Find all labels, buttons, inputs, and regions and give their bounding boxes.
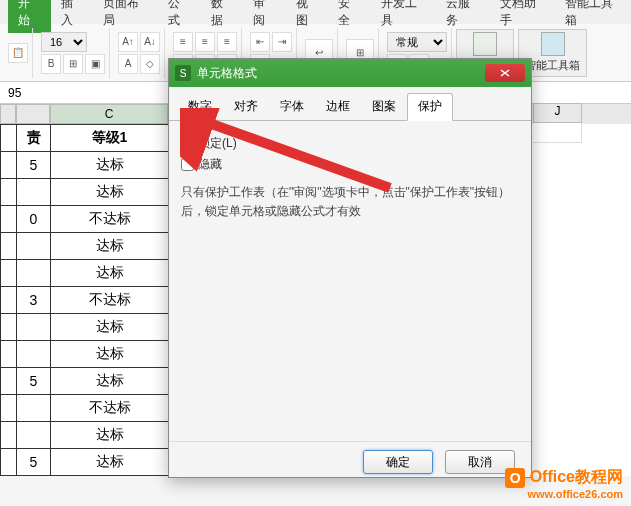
tab-border[interactable]: 边框 [315,93,361,120]
cell-tail[interactable]: 5 [17,152,51,179]
cell[interactable]: 不达标 [51,206,169,233]
cell[interactable]: 达标 [51,368,169,395]
app-icon: S [175,65,191,81]
tab-align[interactable]: 对齐 [223,93,269,120]
smart-toolbox-icon [541,32,565,56]
cell[interactable]: 达标 [51,422,169,449]
cell-tail[interactable] [17,233,51,260]
cell-tail[interactable]: 5 [17,449,51,476]
column-header-j[interactable]: J [533,103,582,123]
clear-format-icon[interactable]: ◇ [140,54,160,74]
empty-cell[interactable] [533,123,582,143]
cell[interactable]: 不达标 [51,395,169,422]
tab-number[interactable]: 数字 [177,93,223,120]
cell[interactable]: 达标 [51,260,169,287]
cell[interactable]: 达标 [51,233,169,260]
bold-icon[interactable]: B [41,54,61,74]
cell[interactable]: 达标 [51,314,169,341]
close-button[interactable] [485,64,525,82]
number-format-select[interactable]: 常规 [387,32,447,52]
cell-tail[interactable] [17,422,51,449]
cell-tail[interactable]: 3 [17,287,51,314]
underline-icon[interactable]: ⊞ [63,54,83,74]
dialog-tabs: 数字 对齐 字体 边框 图案 保护 [169,87,531,121]
tab-protect[interactable]: 保护 [407,93,453,121]
tab-font[interactable]: 字体 [269,93,315,120]
column-header-c[interactable]: C [50,104,168,124]
dialog-body: 锁定(L) 隐藏 只有保护工作表（在"审阅"选项卡中，点击"保护工作表"按钮）后… [169,121,531,441]
cell-tail[interactable] [17,260,51,287]
lock-label: 锁定(L) [198,135,237,152]
protect-info-text: 只有保护工作表（在"审阅"选项卡中，点击"保护工作表"按钮）后，锁定单元格或隐藏… [181,183,519,221]
watermark: O Office教程网 www.office26.com [505,467,623,500]
paste-icon[interactable]: 📋 [8,43,28,63]
cell-tail[interactable] [17,179,51,206]
cell[interactable]: 不达标 [51,287,169,314]
tab-pattern[interactable]: 图案 [361,93,407,120]
ribbon-tabs: 开始 插入 页面布局 公式 数据 审阅 视图 安全 开发工具 云服务 文档助手 … [0,0,631,24]
hide-label: 隐藏 [198,156,222,173]
cell[interactable]: 达标 [51,179,169,206]
cell[interactable]: 达标 [51,152,169,179]
indent-inc-icon[interactable]: ⇥ [272,32,292,52]
align-bot-icon[interactable]: ≡ [217,32,237,52]
hide-checkbox[interactable] [181,158,194,171]
lock-checkbox[interactable] [181,137,194,150]
fill-color-icon[interactable]: ▣ [85,54,105,74]
data-table: 责等级1 5达标 达标 0不达标 达标 达标 3不达标 达标 达标 5达标 不达… [0,124,169,476]
cell-tail[interactable]: 0 [17,206,51,233]
cell-tail[interactable] [17,314,51,341]
right-column-area: J [533,103,582,143]
header-level1: 等级1 [51,125,169,152]
cell[interactable]: 达标 [51,449,169,476]
cell[interactable]: 达标 [51,341,169,368]
watermark-brand: Office教程网 [530,468,623,485]
watermark-url: www.office26.com [505,488,623,500]
dialog-title-text: 单元格格式 [197,65,257,82]
decrease-font-icon[interactable]: A↓ [140,32,160,52]
align-top-icon[interactable]: ≡ [173,32,193,52]
indent-dec-icon[interactable]: ⇤ [250,32,270,52]
dialog-titlebar[interactable]: S 单元格格式 [169,59,531,87]
ok-button[interactable]: 确定 [363,450,433,474]
font-size-select[interactable]: 16 [41,32,87,52]
hide-checkbox-row[interactable]: 隐藏 [181,156,519,173]
header-leftover: 责 [17,125,51,152]
formula-value[interactable]: 95 [0,86,29,100]
cell-tail[interactable] [17,395,51,422]
font-color-icon[interactable]: A [118,54,138,74]
cell-tail[interactable] [17,341,51,368]
table-style-icon [473,32,497,56]
cell-format-dialog: S 单元格格式 数字 对齐 字体 边框 图案 保护 锁定(L) 隐藏 只有保护工… [168,58,532,478]
office-icon: O [505,468,525,488]
lock-checkbox-row[interactable]: 锁定(L) [181,135,519,152]
increase-font-icon[interactable]: A↑ [118,32,138,52]
align-mid-icon[interactable]: ≡ [195,32,215,52]
cell-tail[interactable]: 5 [17,368,51,395]
dialog-footer: 确定 取消 [169,441,531,482]
